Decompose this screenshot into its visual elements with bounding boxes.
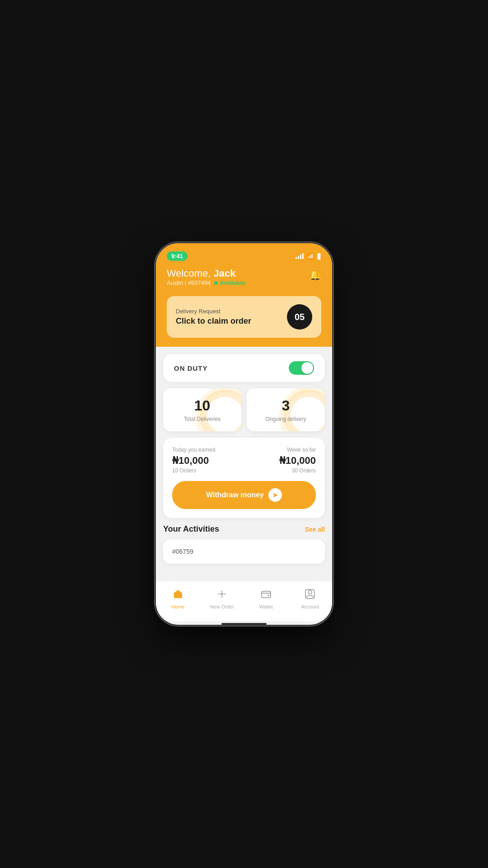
total-deliveries-number: 10 bbox=[170, 397, 234, 414]
activities-header: Your Activities See all bbox=[163, 524, 325, 534]
account-label: Account bbox=[301, 604, 319, 609]
today-earnings: Today you earned ₦10,000 10 Orders bbox=[172, 447, 215, 474]
welcome-block: Welcome, Jack Austin | #837494 Available bbox=[167, 268, 245, 294]
wallet-icon bbox=[261, 589, 272, 602]
phone-frame: 9:41 📶 ▮ Welcome, Jack bbox=[156, 243, 332, 625]
bottom-nav: Home New Order bbox=[156, 581, 332, 621]
claim-text: Click to claim order bbox=[176, 316, 251, 326]
home-icon bbox=[173, 589, 183, 602]
today-orders: 10 Orders bbox=[172, 467, 215, 474]
svg-point-3 bbox=[267, 594, 269, 596]
send-icon: ➤ bbox=[268, 488, 282, 502]
nav-home[interactable]: Home bbox=[156, 586, 200, 612]
wifi-icon: 📶 bbox=[306, 252, 314, 259]
phone-screen: 9:41 📶 ▮ Welcome, Jack bbox=[156, 243, 332, 625]
ongoing-deliveries-label: Ongoing delivery bbox=[254, 416, 318, 422]
on-duty-card: ON DUTY bbox=[163, 354, 325, 382]
week-label: Week so far bbox=[279, 447, 316, 453]
nav-new-order[interactable]: New Order bbox=[200, 586, 244, 612]
total-deliveries-card: 10 Total Deliveries bbox=[163, 388, 241, 431]
withdraw-button[interactable]: Withdraw money ➤ bbox=[172, 481, 316, 509]
see-all-button[interactable]: See all bbox=[305, 526, 325, 533]
svg-rect-0 bbox=[177, 595, 179, 598]
user-location: Austin | #837494 bbox=[167, 279, 211, 286]
header-top: Welcome, Jack Austin | #837494 Available… bbox=[167, 268, 321, 294]
signal-icon bbox=[296, 253, 304, 259]
home-label: Home bbox=[171, 604, 184, 609]
earnings-row: Today you earned ₦10,000 10 Orders Week … bbox=[172, 447, 316, 474]
bell-icon[interactable]: 🔔 bbox=[309, 269, 321, 281]
withdraw-label: Withdraw money bbox=[206, 491, 264, 499]
new-order-icon bbox=[216, 589, 227, 602]
activities-section: Your Activities See all #06759 bbox=[163, 524, 325, 564]
activities-title: Your Activities bbox=[163, 524, 219, 534]
toggle-knob bbox=[301, 362, 313, 374]
activity-id: #06759 bbox=[172, 548, 193, 555]
delivery-count: 05 bbox=[287, 304, 312, 330]
delivery-request-card[interactable]: Delivery Request Click to claim order 05 bbox=[167, 296, 321, 338]
available-dot bbox=[214, 281, 218, 285]
svg-point-1 bbox=[221, 593, 223, 595]
home-indicator bbox=[221, 623, 267, 625]
new-order-label: New Order bbox=[210, 604, 234, 609]
status-icons: 📶 ▮ bbox=[296, 251, 321, 261]
ongoing-deliveries-number: 3 bbox=[254, 397, 318, 414]
week-amount: ₦10,000 bbox=[279, 455, 316, 467]
delivery-request-text: Delivery Request Click to claim order bbox=[176, 308, 251, 326]
header-section: Welcome, Jack Austin | #837494 Available… bbox=[156, 263, 332, 360]
today-amount: ₦10,000 bbox=[172, 455, 215, 467]
status-bar: 9:41 📶 ▮ bbox=[156, 243, 332, 263]
available-badge: Available bbox=[214, 279, 245, 286]
status-time: 9:41 bbox=[167, 251, 188, 261]
stats-row: 10 Total Deliveries 3 Ongoing delivery bbox=[163, 388, 325, 431]
user-info: Austin | #837494 Available bbox=[167, 279, 245, 286]
today-label: Today you earned bbox=[172, 447, 215, 453]
welcome-text: Welcome, Jack bbox=[167, 268, 245, 279]
total-deliveries-label: Total Deliveries bbox=[170, 416, 234, 422]
week-orders: 30 Orders bbox=[279, 467, 316, 474]
svg-rect-2 bbox=[262, 591, 271, 598]
on-duty-label: ON DUTY bbox=[174, 364, 208, 372]
account-icon bbox=[305, 589, 315, 602]
nav-account[interactable]: Account bbox=[288, 586, 333, 612]
wallet-label: Wallet bbox=[259, 604, 273, 609]
activity-card[interactable]: #06759 bbox=[163, 539, 325, 564]
content-area: ON DUTY 10 Total Deliveries 3 Ongoing de… bbox=[156, 347, 332, 581]
request-label: Delivery Request bbox=[176, 308, 251, 315]
svg-point-4 bbox=[308, 590, 312, 594]
week-earnings: Week so far ₦10,000 30 Orders bbox=[279, 447, 316, 474]
nav-wallet[interactable]: Wallet bbox=[244, 586, 288, 612]
ongoing-deliveries-card: 3 Ongoing delivery bbox=[247, 388, 325, 431]
on-duty-toggle[interactable] bbox=[289, 361, 314, 375]
battery-icon: ▮ bbox=[317, 251, 321, 261]
earnings-card: Today you earned ₦10,000 10 Orders Week … bbox=[163, 438, 325, 518]
